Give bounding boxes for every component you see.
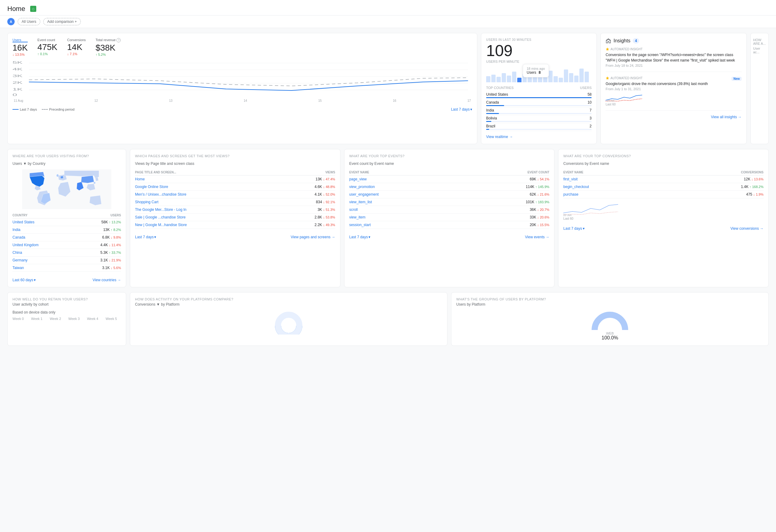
country-name: Canada: [486, 100, 499, 104]
insight-sparkline: 20 Jun: [606, 93, 642, 102]
top-conversions-card: WHAT ARE YOUR TOP CONVERSIONS? Conversio…: [558, 149, 769, 287]
col-country: COUNTRY: [12, 212, 73, 219]
conversions-date-filter[interactable]: Last 7 days ▾: [563, 226, 584, 231]
platform-grouping-card: WHAT'S THE GROUPING OF USERS BY PLATFORM…: [451, 292, 769, 346]
insight-item-1: AUTOMATED INSIGHT Conversions for the pa…: [606, 47, 742, 72]
all-users-filter[interactable]: All Users: [18, 18, 40, 25]
event-cell: view_item_list: [349, 198, 460, 206]
table-row: scroll 36K ↓ 20.7%: [349, 206, 550, 214]
world-map: [12, 170, 121, 209]
revenue-info-icon[interactable]: ?: [117, 38, 121, 42]
page-title: Home: [7, 5, 25, 13]
top-countries-section: TOP COUNTRIES USERS United States 58: [486, 86, 592, 139]
events-date-filter[interactable]: Last 7 days ▾: [349, 235, 370, 239]
conversions-sparkline: 20 Jun: [563, 201, 618, 216]
conv-event-cell: begin_checkout: [563, 183, 669, 191]
chevron-down-icon: ▾: [369, 235, 370, 239]
countries-header: TOP COUNTRIES USERS: [486, 86, 592, 89]
table-row: United States 58K ↑ 13.2%: [12, 219, 121, 226]
country-cell: Germany: [12, 257, 73, 264]
insight-date-2: From July 1 to 31, 2021: [606, 87, 742, 91]
platform-compare-subtitle: Conversions ▼ by Platform: [135, 302, 442, 306]
insight-date-1: From July 18 to 24, 2021: [606, 64, 742, 67]
conversions-section-title: WHAT ARE YOUR TOP CONVERSIONS?: [563, 154, 764, 158]
web-platform-section: WEB 100.0%: [456, 331, 764, 341]
pages-footer: Last 7 days ▾ View pages and screens →: [135, 233, 335, 239]
country-cell: Canada: [12, 234, 73, 241]
view-countries-link[interactable]: View countries →: [92, 278, 121, 282]
how-are-card: HOW ARE A... User ac...: [750, 33, 769, 144]
conversions-table: EVENT NAME CONVERSIONS first_visit 12K ↓…: [563, 170, 764, 198]
table-row: page_view 69K ↓ 54.1%: [349, 176, 550, 183]
conversions-subtitle: Conversions by Event name: [563, 162, 764, 166]
svg-text:0: 0: [12, 93, 17, 96]
event-cell: page_view: [349, 176, 460, 183]
page-cell: Men's / Unisex...chandise Store: [135, 191, 278, 198]
page-cell: Shopping Cart: [135, 198, 278, 206]
pages-date-filter[interactable]: Last 7 days ▾: [135, 235, 156, 239]
users-visiting-card: WHERE ARE YOUR USERS VISITING FROM? User…: [7, 149, 126, 287]
view-pages-link[interactable]: View pages and screens →: [291, 235, 335, 239]
chevron-down-icon: ▾: [34, 278, 36, 282]
view-events-link[interactable]: View events →: [525, 235, 550, 239]
country-users: 58: [588, 92, 592, 96]
realtime-card: USERS IN LAST 30 MINUTES 109 USERS PER M…: [481, 33, 597, 144]
insight-text-2: Google/organic drove the most conversion…: [606, 81, 742, 86]
svg-point-19: [278, 315, 299, 334]
views-cell: 2.8K ↓ 53.8%: [278, 214, 335, 221]
countries-list: United States 58 Canada 10: [486, 91, 592, 131]
country-cell: India: [12, 226, 73, 234]
countries-header-country: TOP COUNTRIES: [486, 86, 514, 89]
pages-table: PAGE TITLE AND SCREEN... VIEWS Home 13K …: [135, 170, 335, 229]
web-label: WEB: [456, 331, 764, 335]
platform-compare-card: HOW DOES ACTIVITY ON YOUR PLATFORMS COMP…: [130, 292, 447, 346]
visiting-date-filter[interactable]: Last 60 days ▾: [12, 278, 36, 282]
visiting-table: COUNTRY USERS United States 58K ↑ 13.2% …: [12, 212, 121, 272]
svg-text:4K: 4K: [12, 68, 23, 71]
users-label: Users: [12, 38, 28, 42]
platform-donut: [270, 310, 307, 334]
count-cell: 114K ↑ 145.9%: [460, 183, 550, 191]
metric-event-count: Event count 475K ↑ 0.1%: [37, 38, 57, 56]
table-row: session_start 20K ↓ 15.5%: [349, 221, 550, 229]
users-value: 16K: [12, 43, 28, 53]
country-row-us: United States 58: [486, 91, 592, 99]
event-cell: scroll: [349, 206, 460, 214]
table-row: China 5.3K ↑ 33.7%: [12, 249, 121, 257]
insight-text-1: Conversions for the page screen "/WFH?so…: [606, 52, 742, 63]
revenue-value: $38K: [95, 43, 121, 53]
view-all-insights-link[interactable]: View all insights →: [606, 115, 742, 119]
view-realtime-link[interactable]: View realtime →: [486, 135, 592, 139]
user-avatar: A: [7, 18, 15, 25]
insights-card: Insights 4 AUTOMATED INSIGHT Conversions…: [600, 33, 747, 144]
visiting-subtitle: Users ▼ by Country: [12, 162, 121, 166]
mid-row: WHERE ARE YOUR USERS VISITING FROM? User…: [7, 149, 769, 287]
metric-revenue: Total revenue ? $38K ↑ 5.2%: [95, 38, 121, 56]
events-section-title: WHAT ARE YOUR TOP EVENTS?: [349, 154, 550, 158]
metric-conversions: Conversions 14K ↓ 7.1%: [67, 38, 85, 56]
page-cell: Home: [135, 176, 278, 183]
add-comparison-button[interactable]: Add comparison +: [43, 18, 81, 25]
country-name: Bolivia: [486, 116, 497, 120]
svg-text:5K: 5K: [12, 61, 23, 64]
event-cell: view_item: [349, 214, 460, 221]
table-row: United Kingdom 4.4K ↓ 11.4%: [12, 241, 121, 249]
date-filter[interactable]: Last 7 days ▾: [451, 107, 472, 111]
realtime-sub: USERS PER MINUTE: [486, 60, 592, 63]
count-cell: 69K ↓ 54.1%: [460, 176, 550, 183]
table-row: India 13K ↑ 8.2%: [12, 226, 121, 234]
conv-event-cell: purchase: [563, 191, 669, 198]
country-users: 7: [589, 108, 592, 112]
map-germany: [61, 176, 63, 179]
events-footer: Last 7 days ▾ View events →: [349, 233, 550, 239]
view-conversions-link[interactable]: View conversions →: [731, 226, 764, 231]
pages-screens-card: WHICH PAGES AND SCREENS GET THE MOST VIE…: [130, 149, 341, 287]
metric-users: Users 16K ↓ 13.5%: [12, 38, 28, 56]
dashboard: Users 16K ↓ 13.5% Event count 475K ↑ 0.1…: [0, 28, 776, 351]
table-row: Germany 3.1K ↓ 21.9%: [12, 257, 121, 264]
country-users: 10: [588, 100, 592, 104]
table-row: Home 13K ↓ 47.4%: [135, 176, 335, 183]
country-row-in: India 7: [486, 107, 592, 115]
country-name: United States: [486, 92, 508, 96]
chevron-down-icon: ▾: [154, 235, 156, 239]
